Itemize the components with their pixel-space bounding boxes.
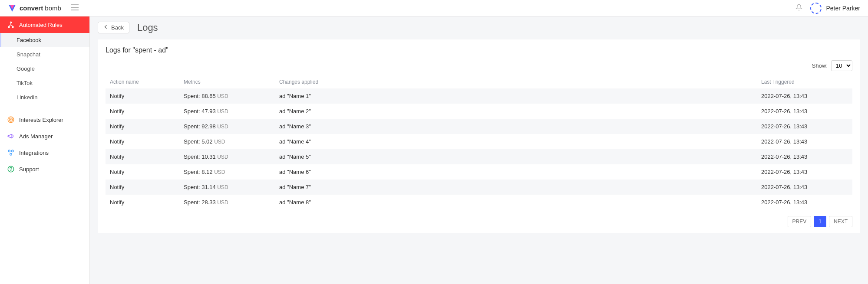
- cell-triggered: 2022-07-26, 13:43: [757, 195, 852, 210]
- topbar: convert bomb Peter Parker: [0, 0, 868, 16]
- svg-point-12: [12, 150, 14, 152]
- table-row: NotifySpent: 92.98 USDad "Name 3"2022-07…: [106, 119, 852, 134]
- column-metrics: Metrics: [179, 75, 275, 88]
- cell-triggered: 2022-07-26, 13:43: [757, 149, 852, 164]
- integration-icon: [7, 149, 15, 157]
- sidebar-item-ads-manager[interactable]: Ads Manager: [0, 128, 89, 144]
- logo-icon: [8, 4, 17, 13]
- panel-title: Logs for "spent - ad": [106, 46, 852, 54]
- cell-changes: ad "Name 2": [275, 104, 757, 119]
- cell-changes: ad "Name 3": [275, 119, 757, 134]
- user-name-label: Peter Parker: [826, 5, 860, 12]
- svg-point-7: [12, 26, 13, 28]
- megaphone-icon: [7, 132, 15, 140]
- back-button[interactable]: Back: [98, 22, 129, 33]
- column-triggered: Last Triggered: [757, 75, 852, 88]
- show-label: Show:: [812, 62, 828, 69]
- table-row: NotifySpent: 88.65 USDad "Name 1"2022-07…: [106, 88, 852, 104]
- brand-name-strong: convert: [20, 4, 43, 12]
- cell-triggered: 2022-07-26, 13:43: [757, 164, 852, 180]
- notifications-icon[interactable]: [795, 4, 802, 12]
- cell-metrics: Spent: 88.65 USD: [179, 88, 275, 104]
- sidebar-item-label: Automated Rules: [19, 22, 63, 28]
- table-row: NotifySpent: 28.33 USDad "Name 8"2022-07…: [106, 195, 852, 210]
- sidebar-channel-linkedin[interactable]: Linkedin: [0, 90, 89, 104]
- back-arrow-icon: [103, 24, 109, 31]
- table-row: NotifySpent: 47.93 USDad "Name 2"2022-07…: [106, 104, 852, 119]
- back-label: Back: [111, 24, 124, 31]
- svg-point-5: [10, 22, 12, 23]
- sidebar-channel-snapchat[interactable]: Snapchat: [0, 47, 89, 62]
- cell-action: Notify: [106, 119, 179, 134]
- pager-next-button[interactable]: NEXT: [829, 216, 852, 227]
- cell-triggered: 2022-07-26, 13:43: [757, 88, 852, 104]
- target-icon: [7, 116, 15, 124]
- cell-metrics: Spent: 47.93 USD: [179, 104, 275, 119]
- sidebar-channel-facebook[interactable]: Facebook: [0, 33, 89, 47]
- cell-action: Notify: [106, 149, 179, 164]
- svg-point-6: [8, 26, 10, 28]
- cell-changes: ad "Name 7": [275, 180, 757, 195]
- sidebar-item-interests-explorer[interactable]: Interests Explorer: [0, 111, 89, 128]
- cell-metrics: Spent: 92.98 USD: [179, 119, 275, 134]
- sidebar-channel-google[interactable]: Google: [0, 62, 89, 76]
- avatar-icon: [810, 3, 822, 14]
- table-row: NotifySpent: 31.14 USDad "Name 7"2022-07…: [106, 180, 852, 195]
- user-menu[interactable]: Peter Parker: [810, 3, 860, 14]
- pager-prev-button[interactable]: PREV: [788, 216, 812, 227]
- cell-changes: ad "Name 4": [275, 134, 757, 149]
- cell-metrics: Spent: 28.33 USD: [179, 195, 275, 210]
- cell-changes: ad "Name 8": [275, 195, 757, 210]
- sidebar-item-support[interactable]: Support: [0, 161, 89, 177]
- svg-point-15: [10, 170, 11, 171]
- sidebar-item-label: Interests Explorer: [19, 117, 63, 123]
- pagination: PREV 1 NEXT: [106, 216, 852, 227]
- sidebar-channel-tiktok[interactable]: TikTok: [0, 76, 89, 90]
- pager-page-1[interactable]: 1: [814, 216, 826, 227]
- cell-action: Notify: [106, 88, 179, 104]
- logs-table: Action name Metrics Changes applied Last…: [106, 75, 852, 210]
- cell-metrics: Spent: 31.14 USD: [179, 180, 275, 195]
- cell-triggered: 2022-07-26, 13:43: [757, 180, 852, 195]
- cell-changes: ad "Name 6": [275, 164, 757, 180]
- logs-panel: Logs for "spent - ad" Show: 10 Action na…: [98, 39, 860, 233]
- cell-triggered: 2022-07-26, 13:43: [757, 134, 852, 149]
- column-changes: Changes applied: [275, 75, 757, 88]
- menu-toggle-icon[interactable]: [69, 2, 80, 14]
- table-row: NotifySpent: 10.31 USDad "Name 5"2022-07…: [106, 149, 852, 164]
- cell-changes: ad "Name 1": [275, 88, 757, 104]
- sidebar-item-label: Integrations: [19, 150, 49, 156]
- cell-metrics: Spent: 10.31 USD: [179, 149, 275, 164]
- automated-rules-icon: [7, 21, 15, 29]
- table-row: NotifySpent: 8.12 USDad "Name 6"2022-07-…: [106, 164, 852, 180]
- cell-triggered: 2022-07-26, 13:43: [757, 119, 852, 134]
- sidebar-item-integrations[interactable]: Integrations: [0, 144, 89, 161]
- sidebar-item-label: Ads Manager: [19, 133, 53, 140]
- cell-triggered: 2022-07-26, 13:43: [757, 104, 852, 119]
- show-count-select[interactable]: 10: [831, 60, 852, 71]
- cell-action: Notify: [106, 104, 179, 119]
- brand-name-light: bomb: [43, 4, 61, 12]
- sidebar-item-automated-rules[interactable]: Automated Rules: [0, 16, 89, 33]
- cell-action: Notify: [106, 164, 179, 180]
- brand-logo: convert bomb: [8, 4, 61, 13]
- cell-metrics: Spent: 8.12 USD: [179, 164, 275, 180]
- sidebar: Automated Rules Facebook Snapchat Google…: [0, 16, 90, 284]
- svg-point-11: [8, 150, 10, 152]
- cell-metrics: Spent: 5.02 USD: [179, 134, 275, 149]
- main-content: Back Logs Logs for "spent - ad" Show: 10…: [90, 16, 868, 284]
- sidebar-item-label: Support: [19, 166, 39, 173]
- svg-point-10: [10, 119, 11, 120]
- page-title: Logs: [137, 22, 158, 33]
- cell-action: Notify: [106, 134, 179, 149]
- cell-action: Notify: [106, 180, 179, 195]
- cell-action: Notify: [106, 195, 179, 210]
- support-icon: [7, 165, 15, 173]
- column-action: Action name: [106, 75, 179, 88]
- svg-point-13: [10, 153, 12, 156]
- table-row: NotifySpent: 5.02 USDad "Name 4"2022-07-…: [106, 134, 852, 149]
- cell-changes: ad "Name 5": [275, 149, 757, 164]
